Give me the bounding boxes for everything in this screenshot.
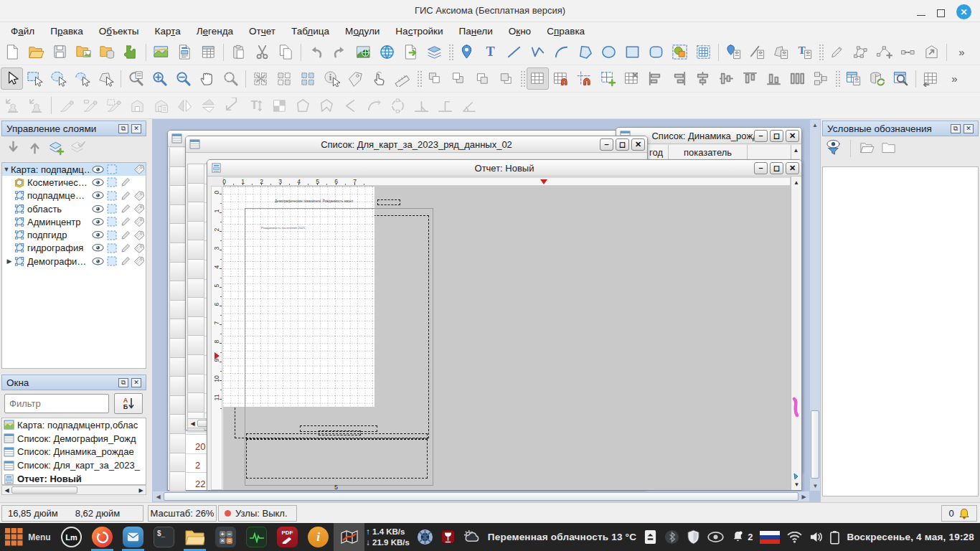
maximize-icon[interactable] bbox=[937, 9, 945, 17]
folder-open-sm-icon[interactable] bbox=[859, 139, 875, 158]
send-back-icon[interactable] bbox=[447, 68, 471, 90]
selection-frame[interactable] bbox=[246, 439, 428, 479]
stamp-out-icon[interactable] bbox=[1, 95, 24, 116]
align-left-icon[interactable] bbox=[644, 68, 667, 90]
checkbox-icon[interactable] bbox=[105, 230, 118, 240]
taskbar-firefox[interactable] bbox=[87, 523, 118, 551]
table-cell[interactable]: 20 bbox=[195, 437, 205, 456]
taskbar-mint-logo[interactable]: Lm bbox=[56, 523, 87, 551]
arc-tool-icon[interactable] bbox=[550, 42, 573, 63]
layers-panel-header[interactable]: Управление слоями ⧉ ✕ bbox=[1, 121, 146, 136]
eject-icon[interactable] bbox=[644, 529, 657, 545]
maximize-icon[interactable]: ◻ bbox=[616, 138, 629, 151]
mdi-vscrollbar[interactable]: ▲ ▼ bbox=[810, 120, 820, 491]
window-list-item[interactable]: Список: Демография_Рожд bbox=[2, 432, 146, 446]
close-panel-icon[interactable]: ✕ bbox=[963, 124, 974, 133]
checkbox-icon[interactable] bbox=[105, 256, 118, 266]
tag-icon[interactable] bbox=[132, 217, 146, 227]
stretch-icon[interactable] bbox=[220, 95, 244, 116]
brush-paste-icon[interactable] bbox=[78, 95, 102, 116]
weather-text[interactable]: Переменная облачность 13 °C bbox=[488, 532, 636, 542]
distribute-icon[interactable] bbox=[786, 68, 809, 90]
eye-tray-icon[interactable] bbox=[707, 532, 724, 542]
tag-icon[interactable] bbox=[132, 243, 146, 253]
tag-icon[interactable] bbox=[132, 256, 146, 266]
toolbar-handle[interactable] bbox=[448, 43, 453, 62]
taskbar-pdf-editor[interactable]: PDF bbox=[272, 523, 303, 551]
close-icon[interactable]: ✕ bbox=[786, 130, 799, 142]
info-tool-icon[interactable]: i bbox=[320, 68, 344, 90]
shapes-style-icon[interactable] bbox=[668, 42, 692, 63]
network-speed[interactable]: ↑ 1.4 KB/s↓ 21.9 KB/s bbox=[366, 527, 410, 547]
rect-select-icon[interactable] bbox=[23, 68, 47, 90]
eye-icon[interactable] bbox=[91, 257, 105, 266]
windows-panel-header[interactable]: Окна ⧉ ✕ bbox=[1, 375, 146, 390]
minimize-icon[interactable] bbox=[917, 15, 925, 17]
bring-front-icon[interactable] bbox=[423, 68, 447, 90]
measure-icon[interactable] bbox=[391, 68, 415, 90]
new-document-icon[interactable] bbox=[1, 42, 24, 63]
brush-copy-icon[interactable] bbox=[55, 95, 78, 116]
lasso-select-icon[interactable] bbox=[70, 68, 94, 90]
add-guide-icon[interactable] bbox=[596, 68, 620, 90]
arc-edit-icon[interactable] bbox=[362, 95, 386, 116]
window-report[interactable]: Отчет: Новый – ◻ ✕ 01234567 012345678910… bbox=[207, 159, 802, 491]
selection-frame[interactable] bbox=[377, 199, 400, 205]
taskbar-mail[interactable] bbox=[118, 523, 149, 551]
table-frame-icon[interactable] bbox=[692, 42, 715, 63]
ellipse-tool-icon[interactable] bbox=[597, 42, 621, 63]
new-table-icon[interactable] bbox=[197, 42, 220, 63]
label-tool-icon[interactable] bbox=[344, 68, 367, 90]
redo-icon[interactable] bbox=[328, 42, 352, 63]
vscrollbar[interactable]: ▲ ▼ bbox=[791, 176, 801, 490]
paste-icon[interactable] bbox=[227, 42, 250, 63]
close-icon[interactable]: ✕ bbox=[786, 162, 799, 174]
eye-icon[interactable] bbox=[91, 178, 105, 187]
overflow-icon[interactable]: » bbox=[943, 68, 966, 90]
table-search-icon[interactable] bbox=[889, 68, 913, 90]
menu-3[interactable]: Объекты bbox=[91, 24, 147, 39]
zoom-in-icon[interactable] bbox=[148, 68, 171, 90]
taskbar-mint-menu[interactable]: Menu bbox=[0, 523, 56, 551]
layers-stack-icon[interactable] bbox=[423, 42, 446, 63]
close-panel-icon[interactable]: ✕ bbox=[131, 378, 141, 387]
checkbox-icon[interactable] bbox=[105, 217, 118, 227]
legend-list[interactable] bbox=[822, 166, 979, 496]
stamp-in-icon[interactable] bbox=[24, 95, 48, 116]
taskbar-info-app[interactable]: i bbox=[303, 523, 334, 551]
align-top-icon[interactable] bbox=[738, 68, 762, 90]
layer-row[interactable]: подпгидр bbox=[2, 228, 146, 241]
expander-icon[interactable]: ▼ bbox=[2, 166, 11, 173]
close-panel-icon[interactable]: ✕ bbox=[131, 124, 141, 133]
minimize-icon[interactable]: – bbox=[600, 138, 613, 151]
status-scale[interactable]: Масштаб: 26% bbox=[151, 508, 215, 519]
polyline-tool-icon[interactable] bbox=[526, 42, 550, 63]
tag-icon[interactable] bbox=[132, 191, 146, 201]
menu-8[interactable]: Модули bbox=[337, 24, 387, 39]
redshift-icon[interactable] bbox=[417, 529, 433, 545]
zoom-out-icon[interactable] bbox=[171, 68, 195, 90]
pencil-icon[interactable] bbox=[118, 177, 132, 187]
flip-v-icon[interactable] bbox=[197, 95, 220, 116]
node-perp2-icon[interactable] bbox=[433, 95, 457, 116]
line-style-icon[interactable] bbox=[745, 42, 769, 63]
tag-icon[interactable] bbox=[132, 164, 146, 174]
close-icon[interactable]: ✕ bbox=[956, 4, 971, 19]
web-map-icon[interactable] bbox=[375, 42, 399, 63]
region-style-icon[interactable] bbox=[769, 42, 793, 63]
zoom-window-icon[interactable] bbox=[219, 68, 242, 90]
eye-icon[interactable] bbox=[91, 217, 105, 227]
plugins-icon[interactable] bbox=[119, 42, 143, 63]
structure-icon[interactable] bbox=[809, 68, 833, 90]
window-list-item[interactable]: Карта: подпадмцентр,облас bbox=[2, 418, 146, 432]
eye-icon[interactable] bbox=[91, 230, 105, 240]
align-bottom-icon[interactable] bbox=[762, 68, 786, 90]
check-layers-icon[interactable] bbox=[70, 139, 86, 158]
status-nodes[interactable]: Узлы: Выкл. bbox=[235, 508, 288, 519]
region-style2-icon[interactable] bbox=[149, 95, 173, 116]
flip-h-icon[interactable] bbox=[173, 95, 197, 116]
layer-row[interactable]: ▶Демографи… bbox=[2, 255, 146, 268]
table-columns-icon[interactable] bbox=[919, 68, 943, 90]
folder-sm-icon[interactable] bbox=[880, 139, 897, 158]
angle-less-icon[interactable] bbox=[339, 95, 362, 116]
